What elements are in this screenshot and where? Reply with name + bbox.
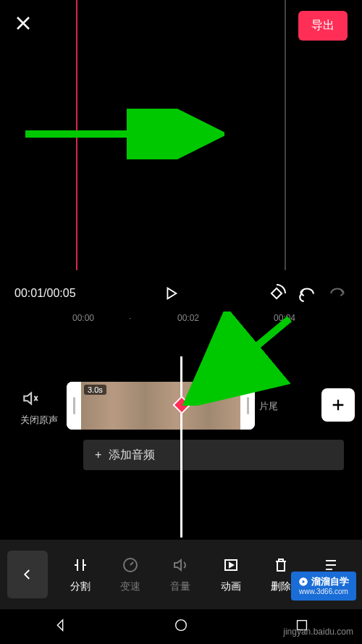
tools-back-button[interactable] [7,551,48,598]
tool-speed[interactable]: 变速 [106,556,153,593]
play-button[interactable] [161,283,181,304]
tick-dot: · [129,313,131,323]
export-button[interactable]: 导出 [298,11,348,41]
clip-duration-badge: 3.0s [84,385,106,395]
tool-label: 变速 [120,580,140,593]
tick-dot: · [232,313,234,323]
mute-icon[interactable] [20,389,41,409]
video-clip[interactable]: 3.0s [67,382,255,430]
clip-trim-right[interactable] [240,382,255,430]
video-preview[interactable] [76,0,286,270]
speed-icon [121,556,140,574]
watermark-badge: 溜溜自学 www.3d66.com [291,572,356,601]
mute-label: 关闭原声 [20,414,58,427]
tick-label: 00:04 [274,313,295,323]
add-clip-button[interactable] [321,388,355,422]
nav-home-button[interactable] [173,617,189,636]
tick-label: 00:02 [177,313,199,323]
tick-label: 00:00 [72,313,94,323]
tool-split[interactable]: 分割 [56,556,104,593]
playhead[interactable] [180,356,182,538]
footer-url: jingyan.baidu.com [283,627,353,637]
svg-point-3 [176,620,187,631]
time-display: 00:01/00:05 [14,287,76,300]
keyframe-toggle-button[interactable] [266,283,287,304]
redo-button[interactable] [327,283,348,304]
nav-back-button[interactable] [52,617,68,636]
volume-icon [171,556,190,574]
add-audio-label: 添加音频 [109,448,155,463]
close-button[interactable] [14,14,32,37]
add-audio-button[interactable]: + 添加音频 [83,440,344,470]
undo-button[interactable] [297,283,317,304]
tool-volume[interactable]: 音量 [157,556,204,593]
delete-icon [272,556,290,574]
tool-label: 删除 [271,580,291,593]
clip-trim-left[interactable] [67,382,81,430]
clip-thumbnails[interactable]: 3.0s [81,382,240,430]
tool-label: 动画 [221,580,241,593]
tail-label: 片尾 [259,400,278,413]
svg-rect-0 [272,288,282,298]
plus-icon: + [95,448,101,461]
tool-animation[interactable]: 动画 [207,556,254,593]
tool-label: 音量 [170,580,190,593]
tool-label: 分割 [70,580,90,593]
split-icon [71,556,90,574]
animation-icon [222,556,240,574]
timeline-ruler[interactable]: 00:00 · 00:02 · 00:04 [0,311,362,327]
